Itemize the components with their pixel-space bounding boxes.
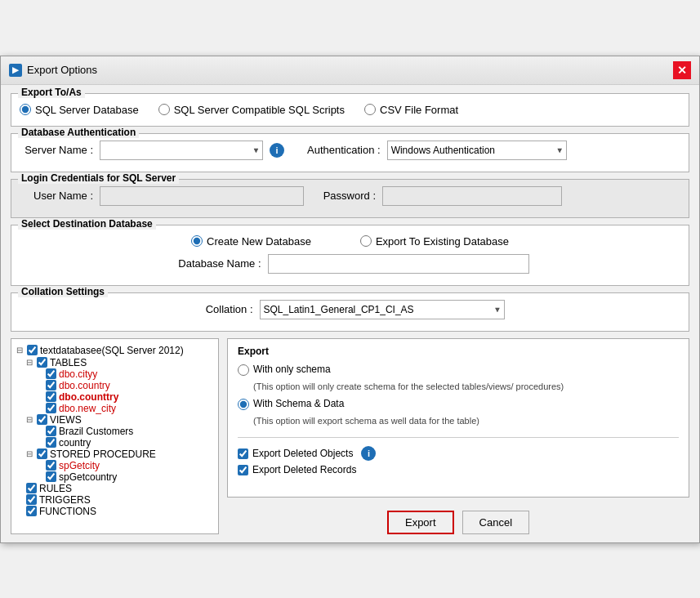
stored-proc-label: STORED PROCEDURE (50, 448, 156, 460)
triggers-row: TRIGGERS (26, 494, 213, 506)
sql-compatible-option[interactable]: SQL Server Compatible SQL Scripts (158, 104, 345, 116)
collation-label: Collation Settings (18, 286, 108, 297)
database-auth-section: Database Authentication Server Name : ▼ … (11, 133, 689, 172)
export-existing-option[interactable]: Export To Existing Database (360, 235, 509, 248)
root-expand-icon: ⊟ (16, 346, 25, 355)
login-credentials-label: Login Credentials for SQL Server (18, 172, 179, 184)
views-row: ⊟ VIEWS (26, 414, 213, 426)
collation-field-label: Collation : (196, 303, 253, 315)
server-name-select[interactable] (100, 141, 263, 160)
functions-checkbox[interactable] (26, 506, 37, 516)
schema-data-desc: (This option will export schema as well … (253, 415, 679, 427)
spgetcity-label: spGetcity (59, 460, 100, 471)
tree-panel: ⊟ textdatabasee(SQL Server 2012) ⊟ TABLE… (11, 338, 219, 534)
deleted-objects-info-icon[interactable]: i (361, 446, 376, 461)
stored-proc-expand-icon: ⊟ (26, 449, 34, 458)
tables-expand-icon: ⊟ (26, 358, 34, 367)
server-info-icon[interactable]: i (270, 143, 284, 158)
tree-root[interactable]: ⊟ textdatabasee(SQL Server 2012) (16, 344, 213, 357)
views-label: VIEWS (50, 414, 82, 426)
country-view-row: country (46, 437, 213, 448)
create-new-radio[interactable] (191, 235, 203, 247)
functions-label: FUNCTIONS (39, 506, 96, 517)
brazil-customers-row: Brazil Customers (46, 426, 213, 437)
triggers-label: TRIGGERS (39, 494, 91, 506)
views-items: Brazil Customers country (26, 426, 213, 448)
username-input[interactable] (100, 186, 304, 206)
export-deleted-records-label: Export Deleted Records (252, 464, 356, 475)
close-button[interactable]: ✕ (673, 61, 691, 79)
collation-select[interactable]: SQL_Latin1_General_CP1_CI_AS Latin1_Gene… (260, 300, 505, 319)
functions-group: FUNCTIONS (16, 506, 213, 517)
export-panel-label: Export (238, 346, 679, 357)
create-new-option[interactable]: Create New Database (191, 235, 311, 248)
sql-compatible-label: SQL Server Compatible SQL Scripts (174, 104, 345, 116)
export-to-as-options: SQL Server Database SQL Server Compatibl… (20, 100, 680, 119)
database-name-input[interactable]: textdatabasee_Recovered (268, 254, 529, 274)
auth-select[interactable]: Windows Authentication SQL Server Authen… (387, 141, 567, 160)
server-name-label: Server Name : (20, 144, 93, 156)
tables-checkbox[interactable] (37, 357, 47, 368)
rules-label: RULES (39, 483, 72, 494)
sql-server-db-radio[interactable] (20, 104, 31, 115)
views-checkbox[interactable] (37, 414, 47, 425)
rules-checkbox[interactable] (26, 483, 37, 493)
views-group: ⊟ VIEWS Brazil Customers country (16, 414, 213, 448)
schema-data-radio[interactable] (238, 399, 249, 410)
country-view-checkbox[interactable] (46, 437, 56, 448)
export-deleted-records-checkbox[interactable] (238, 465, 248, 475)
brazil-customers-label: Brazil Customers (59, 426, 133, 437)
csv-format-radio[interactable] (364, 104, 376, 115)
dbo-country-label: dbo.country (59, 380, 110, 391)
username-label: User Name : (20, 190, 93, 202)
bottom-area: ⊟ textdatabasee(SQL Server 2012) ⊟ TABLE… (11, 338, 689, 534)
export-options-window: ▶ Export Options ✕ Export To/As SQL Serv… (0, 56, 700, 543)
spgetcountry-checkbox[interactable] (46, 471, 56, 482)
cancel-button[interactable]: Cancel (462, 511, 529, 534)
password-input[interactable] (382, 186, 562, 206)
spgetcountry-row: spGetcountry (46, 471, 213, 483)
dbo-new-city-checkbox[interactable] (46, 403, 56, 413)
export-checkboxes: Export Deleted Objects i Export Deleted … (238, 437, 679, 475)
collation-select-wrapper: SQL_Latin1_General_CP1_CI_AS Latin1_Gene… (260, 300, 505, 319)
stored-proc-group: ⊟ STORED PROCEDURE spGetcity spGetcountr… (16, 448, 213, 483)
sql-server-db-option[interactable]: SQL Server Database (20, 104, 139, 116)
export-to-as-label: Export To/As (18, 87, 85, 98)
database-name-row: Database Name : textdatabasee_Recovered (20, 254, 680, 274)
export-section: Export With only schema (This option wil… (227, 338, 689, 498)
dbo-counttry-label: dbo.counttry (59, 391, 118, 403)
triggers-checkbox[interactable] (26, 494, 37, 505)
stored-proc-checkbox[interactable] (37, 448, 47, 459)
root-checkbox[interactable] (27, 345, 38, 355)
csv-format-option[interactable]: CSV File Format (364, 104, 458, 116)
spgetcity-checkbox[interactable] (46, 460, 56, 471)
brazil-customers-checkbox[interactable] (46, 426, 56, 436)
dbo-new-city-row: dbo.new_city (46, 403, 213, 414)
export-existing-radio[interactable] (360, 235, 372, 247)
triggers-group: TRIGGERS (16, 494, 213, 506)
export-deleted-objects-label: Export Deleted Objects (252, 448, 353, 459)
spgetcountry-label: spGetcountry (59, 471, 117, 483)
dbo-country-row: dbo.country (46, 380, 213, 391)
schema-only-radio[interactable] (238, 364, 249, 376)
schema-data-option: With Schema & Data (238, 398, 679, 410)
dbo-counttry-checkbox[interactable] (46, 391, 56, 402)
dbo-cityy-checkbox[interactable] (46, 368, 56, 379)
title-bar: ▶ Export Options ✕ (1, 56, 699, 85)
export-button[interactable]: Export (387, 511, 454, 534)
dbo-cityy-label: dbo.cityy (59, 368, 97, 380)
export-deleted-objects-checkbox[interactable] (238, 448, 248, 459)
dbo-country-checkbox[interactable] (46, 380, 56, 390)
root-label: textdatabasee(SQL Server 2012) (40, 345, 184, 356)
sql-compatible-radio[interactable] (158, 104, 170, 115)
schema-only-label: With only schema (253, 364, 331, 375)
schema-data-label: With Schema & Data (253, 398, 344, 409)
csv-format-label: CSV File Format (380, 104, 458, 116)
functions-row: FUNCTIONS (26, 506, 213, 517)
export-to-as-section: Export To/As SQL Server Database SQL Ser… (11, 93, 689, 127)
right-panel: Export With only schema (This option wil… (227, 338, 689, 534)
rules-row: RULES (26, 483, 213, 494)
create-new-label: Create New Database (207, 235, 311, 248)
destination-db-section: Select Destination Database Create New D… (11, 225, 689, 286)
tables-group: ⊟ TABLES dbo.cityy dbo.country (16, 357, 213, 414)
